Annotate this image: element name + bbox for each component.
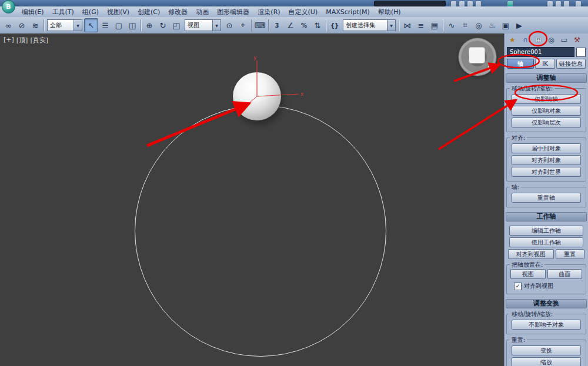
window-crossing-icon[interactable]: ◫: [126, 19, 139, 32]
menu-tools[interactable]: 工具(T): [48, 7, 78, 17]
circle-shape[interactable]: [135, 105, 386, 357]
sphere-object[interactable]: [233, 72, 281, 120]
dont-affect-children-button[interactable]: 不影响子对象: [512, 320, 581, 330]
bind-to-space-warp-icon[interactable]: ≋: [29, 19, 42, 32]
align-icon[interactable]: ≡: [415, 19, 427, 32]
quick-access-field[interactable]: [374, 1, 446, 6]
menu-animation[interactable]: 动画: [192, 7, 213, 17]
toolbar-separator: [268, 19, 269, 31]
hierarchy-tab-icon[interactable]: ⊞: [533, 35, 544, 45]
modify-tab-icon[interactable]: ∩: [520, 35, 531, 45]
viewcube-icon[interactable]: [459, 38, 496, 76]
group-label: 移动/旋转/缩放:: [510, 85, 554, 93]
center-to-object-button[interactable]: 居中到对象: [512, 143, 581, 153]
menu-views[interactable]: 视图(V): [103, 7, 133, 17]
menu-edit[interactable]: 编辑(E): [18, 7, 48, 17]
viewport-menu-pov[interactable]: [顶]: [16, 36, 28, 45]
align-to-world-button[interactable]: 对齐到世界: [512, 167, 581, 177]
viewcube-top-face[interactable]: [469, 47, 485, 63]
utilities-tab-icon[interactable]: ⚒: [572, 35, 583, 45]
select-and-link-icon[interactable]: ∞: [2, 19, 15, 32]
reference-coordinate-dropdown[interactable]: 视图 ▼: [185, 19, 221, 31]
object-name-field[interactable]: Sphere001: [507, 47, 574, 57]
affect-hierarchy-only-button[interactable]: 仅影响层次: [512, 117, 581, 127]
select-and-scale-icon[interactable]: ◰: [170, 19, 183, 32]
render-setup-icon[interactable]: ♨: [486, 19, 499, 32]
chevron-down-icon[interactable]: ▼: [212, 20, 220, 31]
rollout-adjust-transform[interactable]: 调整变换: [506, 299, 587, 308]
angle-snap-icon[interactable]: ∠: [284, 19, 297, 32]
viewcube-home-icon[interactable]: [488, 65, 493, 70]
axis-x-label: x: [300, 91, 304, 97]
rectangular-selection-region-icon[interactable]: ▢: [112, 19, 125, 32]
align-to-object-button[interactable]: 对齐到对象: [512, 155, 581, 165]
main-toolbar: ∞ ⊘ ≋ 全部 ▼ ↖ ☰ ▢ ◫ ⊕ ↻ ◰ 视图 ▼ ⊙ ⌖ ⌨ 3 ∠ …: [0, 17, 588, 34]
menu-create[interactable]: 创建(C): [133, 7, 164, 17]
chevron-down-icon[interactable]: ▼: [387, 20, 395, 31]
percent-snap-icon[interactable]: %: [298, 19, 310, 32]
edit-working-pivot-button[interactable]: 编辑工作轴: [509, 226, 583, 236]
chevron-down-icon[interactable]: ▼: [74, 20, 82, 31]
tab-ik[interactable]: IK: [535, 59, 555, 69]
affect-pivot-only-button[interactable]: 仅影响轴: [512, 94, 581, 104]
menu-bar: 编辑(E) 工具(T) 组(G) 视图(V) 创建(C) 修改器 动画 图形编辑…: [0, 6, 588, 18]
selection-filter-dropdown[interactable]: 全部 ▼: [47, 19, 82, 31]
place-pivot-surface-button[interactable]: 曲面: [547, 269, 583, 279]
menu-help[interactable]: 帮助(H): [374, 7, 405, 17]
reset-scale-button[interactable]: 缩放: [512, 357, 581, 366]
group-label: 轴:: [510, 183, 521, 192]
keyboard-shortcut-override-icon[interactable]: ⌨: [253, 19, 266, 32]
curve-editor-icon[interactable]: ∿: [445, 19, 458, 32]
create-tab-icon[interactable]: ★: [507, 35, 518, 45]
app-logo-icon[interactable]: B: [2, 0, 15, 14]
command-panel-tabs: ★ ∩ ⊞ ◎ ▭ ⚒: [505, 33, 588, 46]
menu-maxscript[interactable]: MAXScript(M): [322, 8, 374, 16]
select-by-name-icon[interactable]: ☰: [99, 19, 112, 32]
reset-pivot-button[interactable]: 重置轴: [512, 193, 581, 203]
select-and-rotate-icon[interactable]: ↻: [156, 19, 169, 32]
edit-named-selection-sets-icon[interactable]: {}: [328, 19, 341, 32]
hierarchy-subtabs: 轴 IK 链接信息: [507, 59, 586, 69]
reset-working-pivot-button[interactable]: 重置: [556, 249, 584, 259]
menu-customize[interactable]: 自定义(U): [285, 7, 322, 17]
checkbox-icon[interactable]: ✓: [514, 283, 522, 290]
menu-modifiers[interactable]: 修改器: [164, 7, 192, 17]
viewport-menu-general[interactable]: [+]: [4, 36, 14, 45]
layer-manager-icon[interactable]: ▤: [428, 19, 441, 32]
select-object-icon[interactable]: ↖: [84, 18, 98, 32]
align-to-view-button[interactable]: 对齐到视图: [508, 249, 554, 259]
menu-rendering[interactable]: 渲染(R): [253, 7, 284, 17]
tab-pivot[interactable]: 轴: [507, 59, 534, 69]
menu-graph-editors[interactable]: 图形编辑器: [213, 7, 253, 17]
use-pivot-point-center-icon[interactable]: ⊙: [223, 19, 236, 32]
select-and-move-icon[interactable]: ⊕: [143, 19, 156, 32]
toolbar-separator: [443, 19, 443, 31]
snaps-toggle-icon[interactable]: 3: [270, 19, 283, 32]
named-selection-set-dropdown[interactable]: 创建选择集 ▼: [343, 19, 396, 31]
motion-tab-icon[interactable]: ◎: [546, 35, 557, 45]
spinner-snap-icon[interactable]: ⇅: [311, 19, 324, 32]
place-pivot-view-button[interactable]: 视图: [510, 269, 546, 279]
menu-group[interactable]: 组(G): [78, 7, 103, 17]
affect-object-only-button[interactable]: 仅影响对象: [512, 106, 581, 116]
viewport-top[interactable]: [+] [顶] [真实] y x: [0, 33, 505, 366]
display-tab-icon[interactable]: ▭: [559, 35, 570, 45]
schematic-view-icon[interactable]: ⌗: [459, 19, 472, 32]
render-production-icon[interactable]: ▶: [513, 19, 526, 32]
align-to-view-checkbox[interactable]: ✓ 对齐到视图: [514, 282, 586, 290]
use-working-pivot-button[interactable]: 使用工作轴: [509, 237, 583, 247]
rollout-working-pivot[interactable]: 工作轴: [506, 212, 587, 221]
group-label: 重置:: [510, 336, 527, 344]
object-color-swatch[interactable]: [576, 48, 586, 57]
toolbar-separator: [399, 19, 399, 31]
tab-link-info[interactable]: 链接信息: [556, 59, 586, 69]
material-editor-icon[interactable]: ◎: [472, 19, 485, 32]
rollout-adjust-pivot[interactable]: 调整轴: [506, 73, 587, 83]
3dsmax-window: B 编辑(E) 工具(T) 组(G) 视图(V) 创建(C) 修改器 动画 图形…: [0, 0, 588, 366]
mirror-icon[interactable]: ⋈: [401, 19, 414, 32]
reset-transform-button[interactable]: 变换: [512, 345, 581, 355]
select-and-manipulate-icon[interactable]: ⌖: [236, 19, 249, 32]
unlink-selection-icon[interactable]: ⊘: [15, 19, 28, 32]
viewport-menu-shading[interactable]: [真实]: [30, 36, 48, 45]
rendered-frame-window-icon[interactable]: ▣: [499, 19, 512, 32]
